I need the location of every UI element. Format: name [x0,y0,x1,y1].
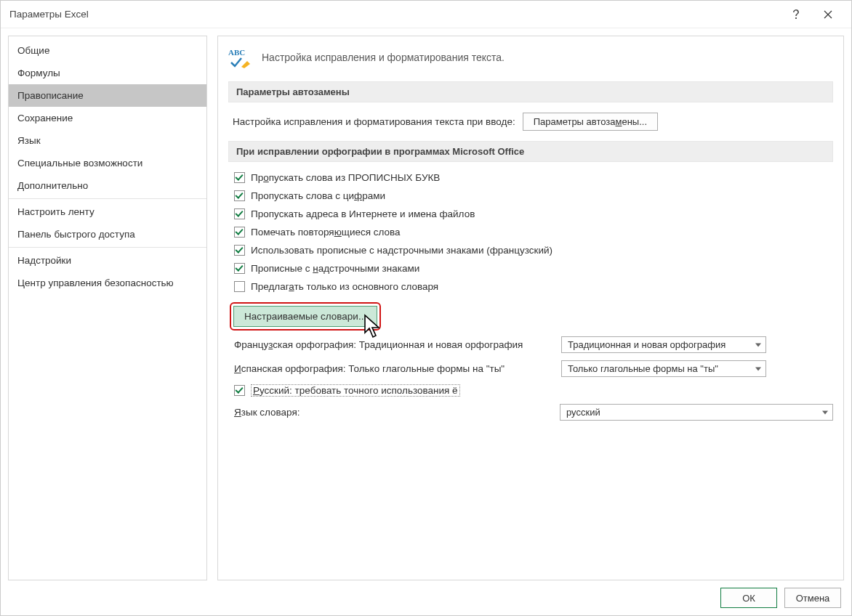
checkbox-icon [234,281,245,292]
dialog-body: Общие Формулы Правописание Сохранение Яз… [1,28,851,580]
content-header: ABC Настройка исправления и форматирован… [228,46,833,68]
sidebar-item-customize-ribbon[interactable]: Настроить ленту [9,200,206,223]
sidebar: Общие Формулы Правописание Сохранение Яз… [8,36,207,580]
check-main-dictionary-only[interactable]: Предлагать только из основного словаря [228,281,833,292]
french-modes-row: Французская орфография: Традиционная и н… [228,336,833,353]
chevron-down-icon [755,367,761,370]
check-label: Предлагать только из основного словаря [251,281,438,292]
checkbox-icon [234,385,245,396]
close-icon [824,10,832,19]
sidebar-item-proofing[interactable]: Правописание [9,84,206,107]
content-header-text: Настройка исправления и форматирования т… [262,52,505,63]
french-modes-label: Французская орфография: Традиционная и н… [234,339,554,350]
proofing-icon: ABC [228,46,253,68]
dictionary-language-label: Язык словаря: [234,407,552,418]
spanish-modes-label: Испанская орфография: Только глагольные … [234,363,554,374]
check-label: Пропускать адреса в Интернете и имена фа… [251,208,475,219]
check-with-numbers[interactable]: Пропускать слова с цифрами [228,190,833,201]
dictionary-language-row: Язык словаря: русский [228,404,833,421]
checkbox-icon [234,227,245,238]
sidebar-item-trust-center[interactable]: Центр управления безопасностью [9,272,206,294]
sidebar-item-advanced[interactable]: Дополнительно [9,174,206,197]
sidebar-item-save[interactable]: Сохранение [9,107,206,129]
close-button[interactable] [812,4,844,25]
checkbox-icon [234,263,245,274]
check-label: Использовать прописные с надстрочными зн… [251,245,552,256]
section-spelling-header: При исправлении орфографии в программах … [228,141,833,162]
sidebar-item-quick-access[interactable]: Панель быстрого доступа [9,223,206,246]
check-french-accented-uppercase[interactable]: Использовать прописные с надстрочными зн… [228,245,833,256]
dropdown-value: Традиционная и новая орфография [568,339,726,350]
custom-dictionaries-highlight: Настраиваемые словари... [230,302,381,331]
checkbox-icon [234,208,245,219]
sidebar-item-language[interactable]: Язык [9,129,206,152]
check-uppercase-accented[interactable]: Прописные с надстрочными знаками [228,263,833,274]
spanish-modes-row: Испанская орфография: Только глагольные … [228,360,833,377]
autocorrect-options-button[interactable]: Параметры автозамены... [523,113,658,131]
autocorrect-label: Настройка исправления и форматирования т… [233,116,515,127]
sidebar-item-formulas[interactable]: Формулы [9,62,206,84]
dialog-footer: ОК Отмена [1,580,851,615]
autocorrect-row: Настройка исправления и форматирования т… [228,113,833,131]
chevron-down-icon [822,410,828,414]
checkbox-icon [234,245,245,256]
check-label: Пропускать слова с цифрами [251,190,385,201]
dictionary-language-dropdown[interactable]: русский [560,404,833,421]
dropdown-value: русский [566,407,600,418]
excel-options-dialog: Параметры Excel Общие Формулы Правописан… [0,0,852,616]
sidebar-item-accessibility[interactable]: Специальные возможности [9,152,206,174]
svg-text:ABC: ABC [228,48,245,57]
check-internet-addresses[interactable]: Пропускать адреса в Интернете и имена фа… [228,208,833,219]
content-panel: ABC Настройка исправления и форматирован… [217,36,844,580]
titlebar: Параметры Excel [1,1,851,28]
check-label: Прописные с надстрочными знаками [251,263,419,274]
check-label: Пропускать слова из ПРОПИСНЫХ БУКВ [251,172,440,183]
french-modes-dropdown[interactable]: Традиционная и новая орфография [561,336,766,353]
chevron-down-icon [755,343,761,346]
check-repeated-words[interactable]: Помечать повторяющиеся слова [228,227,833,238]
section-autocorrect-header: Параметры автозамены [228,81,833,102]
check-label: Помечать повторяющиеся слова [251,227,401,238]
sidebar-item-general[interactable]: Общие [9,39,206,62]
help-icon [792,9,800,20]
custom-dictionaries-button[interactable]: Настраиваемые словари... [233,306,377,327]
sidebar-item-addins[interactable]: Надстройки [9,249,206,272]
checkbox-icon [234,190,245,201]
ok-button[interactable]: ОК [720,588,777,608]
sidebar-separator [9,198,206,199]
cancel-button[interactable]: Отмена [784,588,841,608]
check-uppercase[interactable]: Пропускать слова из ПРОПИСНЫХ БУКВ [228,172,833,183]
checkbox-icon [234,172,245,183]
window-title: Параметры Excel [9,9,780,20]
dropdown-value: Только глагольные формы на "ты" [568,363,718,374]
spanish-modes-dropdown[interactable]: Только глагольные формы на "ты" [561,360,766,377]
sidebar-separator [9,247,206,248]
help-button[interactable] [780,4,812,25]
check-russian-strict-yo[interactable]: Русский: требовать точного использования… [228,384,833,397]
check-label: Русский: требовать точного использования… [251,384,460,397]
